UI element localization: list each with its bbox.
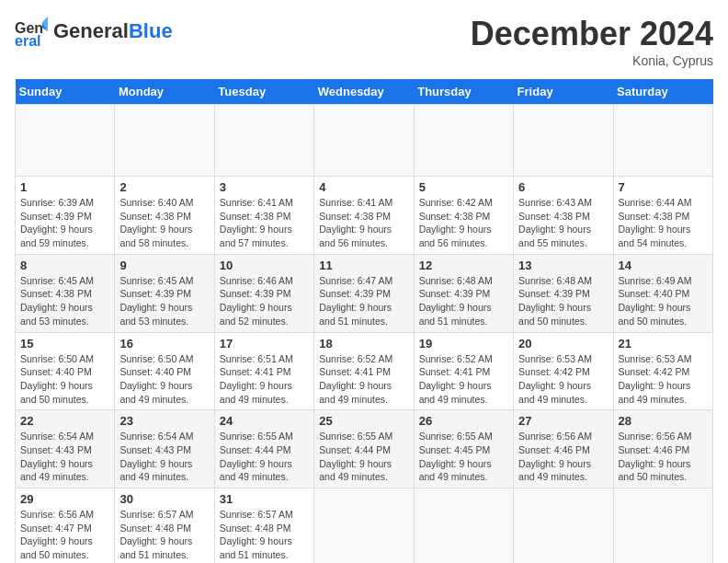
- logo-text: GeneralBlue: [53, 21, 173, 41]
- day-number: 6: [518, 180, 608, 194]
- day-number: 29: [20, 492, 109, 506]
- day-info: Sunrise: 6:48 AM Sunset: 4:39 PM Dayligh…: [419, 274, 508, 328]
- page-header: Gen eral GeneralBlue December 2024 Konia…: [15, 15, 713, 68]
- location: Konia, Cyprus: [471, 53, 713, 68]
- header-day-sunday: Sunday: [16, 79, 115, 105]
- header-day-friday: Friday: [514, 79, 613, 105]
- calendar-cell: 12Sunrise: 6:48 AM Sunset: 4:39 PM Dayli…: [414, 254, 513, 332]
- header-day-monday: Monday: [115, 79, 214, 105]
- calendar-cell: 4Sunrise: 6:41 AM Sunset: 4:38 PM Daylig…: [314, 177, 414, 255]
- calendar-cell: [115, 105, 214, 177]
- calendar-cell: [414, 105, 513, 177]
- calendar-cell: 19Sunrise: 6:52 AM Sunset: 4:41 PM Dayli…: [414, 332, 513, 410]
- calendar-week-row: 15Sunrise: 6:50 AM Sunset: 4:40 PM Dayli…: [16, 332, 713, 410]
- day-info: Sunrise: 6:43 AM Sunset: 4:38 PM Dayligh…: [518, 196, 608, 250]
- header-day-tuesday: Tuesday: [214, 79, 313, 105]
- day-number: 21: [619, 337, 708, 350]
- calendar-cell: [214, 105, 313, 177]
- calendar-cell: 22Sunrise: 6:54 AM Sunset: 4:43 PM Dayli…: [16, 410, 115, 488]
- calendar-cell: 13Sunrise: 6:48 AM Sunset: 4:39 PM Dayli…: [514, 254, 613, 332]
- calendar-cell: [514, 488, 613, 564]
- day-info: Sunrise: 6:39 AM Sunset: 4:39 PM Dayligh…: [20, 196, 109, 250]
- day-number: 9: [119, 259, 209, 272]
- day-number: 5: [419, 180, 508, 194]
- day-info: Sunrise: 6:56 AM Sunset: 4:46 PM Dayligh…: [518, 430, 608, 484]
- calendar-cell: 16Sunrise: 6:50 AM Sunset: 4:40 PM Dayli…: [115, 332, 214, 410]
- logo: Gen eral GeneralBlue: [15, 15, 173, 48]
- day-info: Sunrise: 6:55 AM Sunset: 4:44 PM Dayligh…: [220, 430, 309, 484]
- calendar-cell: 30Sunrise: 6:57 AM Sunset: 4:48 PM Dayli…: [115, 488, 214, 564]
- day-info: Sunrise: 6:52 AM Sunset: 4:41 PM Dayligh…: [319, 352, 408, 407]
- day-number: 15: [20, 337, 109, 350]
- day-number: 7: [619, 180, 708, 194]
- calendar-cell: 10Sunrise: 6:46 AM Sunset: 4:39 PM Dayli…: [214, 254, 313, 332]
- day-number: 19: [419, 337, 508, 350]
- day-info: Sunrise: 6:45 AM Sunset: 4:38 PM Dayligh…: [20, 274, 109, 328]
- day-info: Sunrise: 6:50 AM Sunset: 4:40 PM Dayligh…: [119, 352, 209, 407]
- calendar-cell: 23Sunrise: 6:54 AM Sunset: 4:43 PM Dayli…: [115, 410, 214, 488]
- day-number: 10: [220, 259, 309, 272]
- day-number: 26: [419, 414, 508, 428]
- day-info: Sunrise: 6:49 AM Sunset: 4:40 PM Dayligh…: [619, 274, 708, 328]
- day-info: Sunrise: 6:56 AM Sunset: 4:46 PM Dayligh…: [619, 430, 708, 484]
- month-title: December 2024: [471, 15, 713, 53]
- day-info: Sunrise: 6:55 AM Sunset: 4:45 PM Dayligh…: [419, 430, 508, 484]
- calendar-cell: 26Sunrise: 6:55 AM Sunset: 4:45 PM Dayli…: [414, 410, 513, 488]
- day-number: 22: [20, 414, 109, 428]
- day-info: Sunrise: 6:51 AM Sunset: 4:41 PM Dayligh…: [220, 352, 309, 407]
- day-info: Sunrise: 6:54 AM Sunset: 4:43 PM Dayligh…: [119, 430, 209, 484]
- day-number: 31: [220, 492, 309, 506]
- calendar-cell: 6Sunrise: 6:43 AM Sunset: 4:38 PM Daylig…: [514, 177, 613, 255]
- day-info: Sunrise: 6:55 AM Sunset: 4:44 PM Dayligh…: [319, 430, 408, 484]
- calendar-week-row: 29Sunrise: 6:56 AM Sunset: 4:47 PM Dayli…: [16, 488, 713, 564]
- calendar-cell: 14Sunrise: 6:49 AM Sunset: 4:40 PM Dayli…: [613, 254, 712, 332]
- day-info: Sunrise: 6:50 AM Sunset: 4:40 PM Dayligh…: [20, 352, 109, 407]
- calendar-cell: 5Sunrise: 6:42 AM Sunset: 4:38 PM Daylig…: [414, 177, 513, 255]
- day-info: Sunrise: 6:45 AM Sunset: 4:39 PM Dayligh…: [119, 274, 209, 328]
- calendar-cell: 27Sunrise: 6:56 AM Sunset: 4:46 PM Dayli…: [514, 410, 613, 488]
- calendar-cell: [613, 488, 712, 564]
- day-number: 11: [319, 259, 408, 272]
- calendar-cell: 29Sunrise: 6:56 AM Sunset: 4:47 PM Dayli…: [16, 488, 115, 564]
- calendar-week-row: 8Sunrise: 6:45 AM Sunset: 4:38 PM Daylig…: [16, 254, 713, 332]
- day-info: Sunrise: 6:53 AM Sunset: 4:42 PM Dayligh…: [518, 352, 608, 407]
- calendar-cell: [613, 105, 712, 177]
- header-day-saturday: Saturday: [613, 79, 712, 105]
- day-info: Sunrise: 6:52 AM Sunset: 4:41 PM Dayligh…: [419, 352, 508, 407]
- day-number: 20: [518, 337, 608, 350]
- day-number: 25: [319, 414, 408, 428]
- day-number: 30: [119, 492, 209, 506]
- calendar-week-row: 1Sunrise: 6:39 AM Sunset: 4:39 PM Daylig…: [16, 177, 713, 255]
- day-number: 17: [220, 337, 309, 350]
- calendar-cell: 9Sunrise: 6:45 AM Sunset: 4:39 PM Daylig…: [115, 254, 214, 332]
- calendar-cell: 20Sunrise: 6:53 AM Sunset: 4:42 PM Dayli…: [514, 332, 613, 410]
- day-number: 24: [220, 414, 309, 428]
- calendar-cell: 3Sunrise: 6:41 AM Sunset: 4:38 PM Daylig…: [214, 177, 313, 255]
- day-number: 12: [419, 259, 508, 272]
- calendar-cell: 21Sunrise: 6:53 AM Sunset: 4:42 PM Dayli…: [613, 332, 712, 410]
- day-number: 4: [319, 180, 408, 194]
- calendar-header-row: SundayMondayTuesdayWednesdayThursdayFrid…: [16, 79, 713, 105]
- calendar-cell: 1Sunrise: 6:39 AM Sunset: 4:39 PM Daylig…: [16, 177, 115, 255]
- day-number: 14: [619, 259, 708, 272]
- day-info: Sunrise: 6:57 AM Sunset: 4:48 PM Dayligh…: [119, 508, 209, 562]
- calendar-cell: [514, 105, 613, 177]
- calendar-cell: 18Sunrise: 6:52 AM Sunset: 4:41 PM Dayli…: [314, 332, 414, 410]
- day-number: 28: [619, 414, 708, 428]
- calendar-cell: [16, 105, 115, 177]
- day-info: Sunrise: 6:44 AM Sunset: 4:38 PM Dayligh…: [619, 196, 708, 250]
- calendar-cell: 24Sunrise: 6:55 AM Sunset: 4:44 PM Dayli…: [214, 410, 313, 488]
- day-info: Sunrise: 6:57 AM Sunset: 4:48 PM Dayligh…: [220, 508, 309, 562]
- day-info: Sunrise: 6:47 AM Sunset: 4:39 PM Dayligh…: [319, 274, 408, 328]
- day-number: 27: [518, 414, 608, 428]
- day-number: 18: [319, 337, 408, 350]
- logo-icon: Gen eral: [15, 15, 48, 48]
- header-day-thursday: Thursday: [414, 79, 513, 105]
- calendar-cell: [314, 488, 414, 564]
- calendar-table: SundayMondayTuesdayWednesdayThursdayFrid…: [15, 79, 713, 563]
- calendar-cell: 15Sunrise: 6:50 AM Sunset: 4:40 PM Dayli…: [16, 332, 115, 410]
- day-number: 16: [119, 337, 209, 350]
- calendar-cell: 8Sunrise: 6:45 AM Sunset: 4:38 PM Daylig…: [16, 254, 115, 332]
- day-number: 2: [119, 180, 209, 194]
- day-info: Sunrise: 6:48 AM Sunset: 4:39 PM Dayligh…: [518, 274, 608, 328]
